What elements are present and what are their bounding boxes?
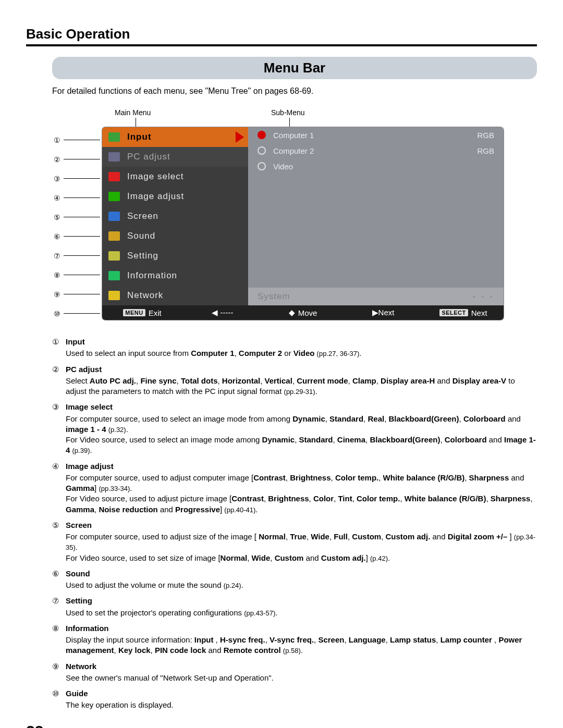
menu-key-icon: MENU [123,309,145,316]
radio-icon [258,131,266,139]
desc-item: ⑧InformationDisplay the input source inf… [52,623,537,658]
submenu-item[interactable]: Computer 1RGB [248,127,504,143]
svg-rect-4 [108,212,120,221]
guide-select: SELECT Next [423,309,504,317]
menu-diagram: Main Menu Sub-Menu ①②③④⑤⑥⑦⑧⑨⑩ InputPC ad… [52,108,537,327]
svg-rect-5 [108,231,120,241]
svg-rect-7 [108,271,120,280]
menu-item-image-adjust[interactable]: Image adjust [102,187,248,206]
menu-icon [107,250,121,262]
menu-item-image-select[interactable]: Image select [102,167,248,187]
title-bar: Menu Bar [52,57,537,79]
callout-7: ⑦ [52,246,101,265]
desc-item: ⑦SettingUsed to set the projector's oper… [52,596,537,620]
svg-rect-2 [108,172,120,181]
menu-item-sound[interactable]: Sound [102,226,248,246]
description-list: ①InputUsed to select an input source fro… [52,337,537,713]
osd-screenshot: InputPC adjustImage selectImage adjustSc… [102,127,504,320]
select-key-icon: SELECT [439,309,468,316]
svg-rect-1 [108,152,120,162]
pointer-line [289,118,290,127]
svg-rect-0 [108,132,120,142]
pointer-line [136,118,136,127]
guide-back: ◀ ----- [182,308,263,317]
desc-item: ③Image selectFor computer source, used t… [52,402,537,458]
desc-item: ④Image adjustFor computer source, used t… [52,461,537,517]
menu-icon [107,191,121,202]
menu-item-input[interactable]: Input [102,127,248,147]
callout-4: ④ [52,188,101,207]
page-number: 22 [26,722,537,729]
menu-icon [107,270,121,281]
radio-icon [258,146,266,155]
menu-item-pc-adjust[interactable]: PC adjust [102,147,248,167]
callout-9: ⑨ [52,285,101,304]
updown-icon: ◆ [289,308,295,317]
desc-item: ⑥SoundUsed to adjust the volume or mute … [52,569,537,593]
submenu-item[interactable]: Video [248,158,504,174]
radio-icon [258,162,266,170]
callout-8: ⑧ [52,265,101,285]
guide-bar: MENU Exit ◀ ----- ◆ Move ▶Next SELECT Ne… [102,305,504,320]
section-header: Basic Operation [26,26,537,46]
callout-10: ⑩ [52,304,101,323]
desc-item: ①InputUsed to select an input source fro… [52,337,537,361]
system-row: System - - - [248,288,504,305]
menu-icon [107,131,121,143]
menu-icon [107,211,121,222]
svg-rect-6 [108,251,120,261]
guide-move: ◆ Move [263,308,343,317]
desc-item: ⑤ScreenFor computer source, used to adju… [52,520,537,565]
menu-icon [107,230,121,242]
menu-item-information[interactable]: Information [102,266,248,286]
desc-item: ⑨NetworkSee the owner's manual of "Netwo… [52,661,537,686]
system-value: - - - [473,291,494,302]
sub-menu-panel: Computer 1RGBComputer 2RGBVideo System -… [248,127,504,305]
guide-next: ▶Next [343,308,423,317]
menu-item-network[interactable]: Network [102,286,248,305]
menu-item-screen[interactable]: Screen [102,206,248,226]
menu-icon [107,151,121,163]
label-sub-menu: Sub-Menu [271,108,305,117]
desc-item: ②PC adjustSelect Auto PC adj., Fine sync… [52,364,537,399]
callout-1: ① [52,130,101,150]
menu-icon [107,290,121,301]
system-label: System [258,291,290,302]
desc-item: ⑩GuideThe key operation is displayed. [52,688,537,713]
callout-3: ③ [52,169,101,188]
guide-exit: MENU Exit [102,309,182,317]
svg-rect-8 [108,291,120,300]
callout-5: ⑤ [52,207,101,227]
svg-rect-3 [108,192,120,201]
submenu-item[interactable]: Computer 2RGB [248,143,504,158]
main-menu-panel: InputPC adjustImage selectImage adjustSc… [102,127,248,305]
callout-2: ② [52,150,101,169]
menu-item-setting[interactable]: Setting [102,246,248,266]
intro-text: For detailed functions of each menu, see… [52,87,537,96]
label-main-menu: Main Menu [115,108,151,117]
callout-6: ⑥ [52,227,101,246]
menu-icon [107,171,121,182]
